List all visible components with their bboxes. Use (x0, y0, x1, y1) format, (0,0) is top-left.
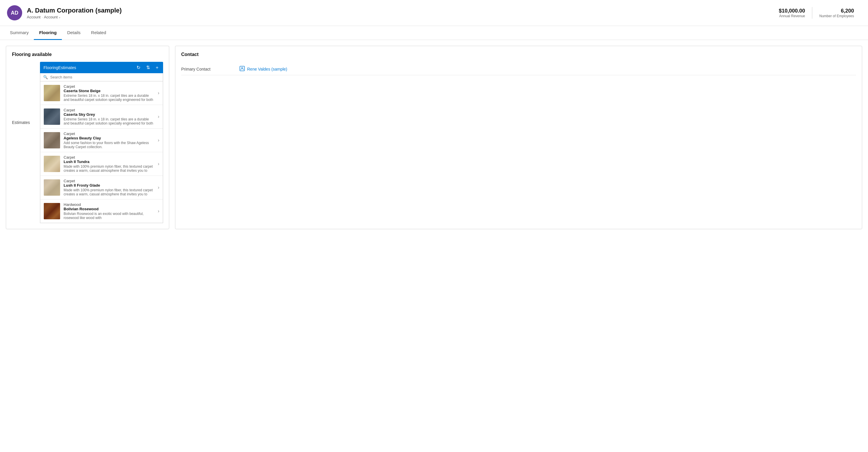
sort-button[interactable]: ⇅ (145, 64, 151, 71)
contact-person-icon (240, 66, 245, 72)
right-panel: Contact Primary Contact Rene Valdes (sam… (175, 46, 862, 229)
item-description: Extreme Series 18 in. x 18 in. carpet ti… (64, 117, 154, 125)
breadcrumb-account1: Account (27, 15, 40, 19)
item-chevron-icon: › (158, 161, 159, 166)
item-thumbnail (44, 156, 60, 172)
item-description: Bolivian Rosewood is an exotic wood with… (64, 212, 154, 220)
item-thumbnail (44, 85, 60, 101)
tab-flooring[interactable]: Flooring (34, 26, 62, 40)
search-input[interactable] (50, 75, 160, 79)
list-item[interactable]: Hardwood Bolivian Rosewood Bolivian Rose… (40, 199, 163, 223)
main-content: Flooring available Estimates FlooringEst… (0, 40, 868, 235)
panel-title: Flooring available (12, 52, 163, 57)
item-type: Hardwood (64, 202, 154, 207)
annual-revenue-stat: $10,000.00 Annual Revenue (772, 8, 812, 18)
item-info: Hardwood Bolivian Rosewood Bolivian Rose… (64, 202, 154, 220)
item-type: Carpet (64, 131, 154, 136)
flooring-items-list: Carpet Caserta Stone Beige Extreme Serie… (40, 82, 163, 223)
breadcrumb-chevron-icon: ⌄ (58, 15, 61, 19)
item-name: Lush II Frosty Glade (64, 183, 154, 188)
company-name: A. Datum Corporation (sample) (27, 7, 122, 14)
item-chevron-icon: › (158, 138, 159, 143)
item-name: Caserta Stone Beige (64, 89, 154, 93)
item-info: Carpet Lush II Tundra Made with 100% pre… (64, 155, 154, 173)
list-item[interactable]: Carpet Caserta Stone Beige Extreme Serie… (40, 82, 163, 105)
search-icon: 🔍 (43, 75, 48, 79)
toolbar-title: FlooringEstimates (43, 65, 132, 70)
list-item[interactable]: Carpet Ageless Beauty Clay Add some fash… (40, 129, 163, 152)
contact-title: Contact (181, 52, 856, 57)
header-title-block: A. Datum Corporation (sample) Account · … (27, 7, 122, 19)
annual-revenue-label: Annual Revenue (779, 14, 805, 18)
employees-stat: 6,200 Number of Employees (812, 8, 861, 18)
item-name: Caserta Sky Grey (64, 112, 154, 117)
list-item[interactable]: Carpet Caserta Sky Grey Extreme Series 1… (40, 105, 163, 129)
tab-summary[interactable]: Summary (5, 26, 34, 40)
breadcrumb-separator: · (42, 15, 43, 19)
tab-related[interactable]: Related (86, 26, 112, 40)
employees-value: 6,200 (819, 8, 854, 14)
item-description: Made with 100% premium nylon fiber, this… (64, 164, 154, 173)
item-name: Bolivian Rosewood (64, 207, 154, 211)
item-type: Carpet (64, 155, 154, 160)
item-chevron-icon: › (158, 185, 159, 190)
breadcrumb: Account · Account ⌄ (27, 15, 122, 19)
list-toolbar: FlooringEstimates ↻ ⇅ + (40, 62, 163, 73)
company-avatar: AD (7, 5, 22, 21)
item-chevron-icon: › (158, 90, 159, 96)
flooring-section: Estimates FlooringEstimates ↻ ⇅ + 🔍 (12, 62, 163, 223)
item-type: Carpet (64, 179, 154, 183)
add-button[interactable]: + (155, 64, 160, 71)
item-thumbnail (44, 108, 60, 125)
refresh-button[interactable]: ↻ (135, 64, 142, 71)
item-name: Ageless Beauty Clay (64, 136, 154, 140)
left-panel: Flooring available Estimates FlooringEst… (6, 46, 169, 229)
item-thumbnail (44, 203, 60, 219)
item-type: Carpet (64, 108, 154, 112)
page-header: AD A. Datum Corporation (sample) Account… (0, 0, 868, 26)
primary-contact-name: Rene Valdes (sample) (247, 67, 287, 71)
section-label: Estimates (12, 120, 35, 223)
item-chevron-icon: › (158, 114, 159, 119)
item-description: Add some fashion to your floors with the… (64, 141, 154, 149)
item-description: Made with 100% premium nylon fiber, this… (64, 188, 154, 196)
item-type: Carpet (64, 84, 154, 89)
search-bar: 🔍 (40, 73, 163, 82)
header-right: $10,000.00 Annual Revenue 6,200 Number o… (772, 7, 861, 19)
list-item[interactable]: Carpet Lush II Tundra Made with 100% pre… (40, 152, 163, 176)
primary-contact-link[interactable]: Rene Valdes (sample) (240, 66, 287, 72)
item-description: Extreme Series 18 in. x 18 in. carpet ti… (64, 94, 154, 102)
breadcrumb-account2[interactable]: Account ⌄ (44, 15, 61, 19)
item-chevron-icon: › (158, 208, 159, 214)
flooring-list-wrapper: FlooringEstimates ↻ ⇅ + 🔍 Carpet (40, 62, 163, 223)
svg-point-1 (242, 67, 243, 69)
tab-details[interactable]: Details (62, 26, 86, 40)
list-item[interactable]: Carpet Lush II Frosty Glade Made with 10… (40, 176, 163, 199)
contact-row: Primary Contact Rene Valdes (sample) (181, 63, 856, 75)
header-left: AD A. Datum Corporation (sample) Account… (7, 5, 122, 21)
item-thumbnail (44, 132, 60, 149)
employees-label: Number of Employees (819, 14, 854, 18)
item-thumbnail (44, 179, 60, 196)
item-info: Carpet Lush II Frosty Glade Made with 10… (64, 179, 154, 196)
item-info: Carpet Caserta Stone Beige Extreme Serie… (64, 84, 154, 102)
item-name: Lush II Tundra (64, 160, 154, 164)
item-info: Carpet Caserta Sky Grey Extreme Series 1… (64, 108, 154, 125)
contact-label: Primary Contact (181, 67, 234, 71)
nav-tabs: Summary Flooring Details Related (0, 26, 868, 40)
annual-revenue-value: $10,000.00 (779, 8, 805, 14)
item-info: Carpet Ageless Beauty Clay Add some fash… (64, 131, 154, 149)
